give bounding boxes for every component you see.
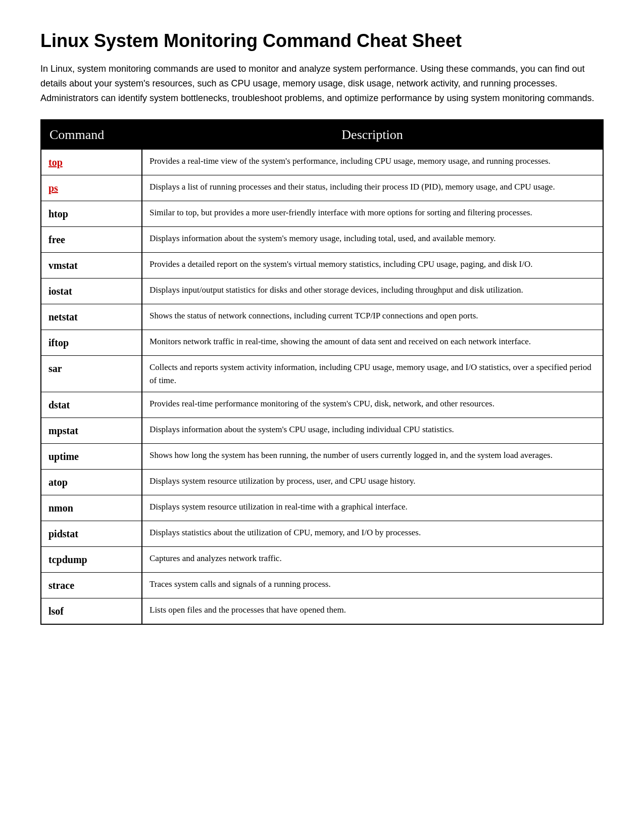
command-label-sar: sar (48, 363, 62, 374)
command-label-free: free (48, 234, 65, 245)
description-cell: Displays input/output statistics for dis… (142, 279, 603, 304)
command-cell: lsof (41, 598, 142, 625)
table-row: psDisplays a list of running processes a… (41, 175, 603, 201)
description-cell: Displays a list of running processes and… (142, 175, 603, 201)
command-cell: netstat (41, 304, 142, 330)
commands-table: Command Description topProvides a real-t… (40, 119, 604, 625)
description-cell: Displays system resource utilization in … (142, 495, 603, 521)
command-header: Command (41, 120, 142, 150)
command-cell: atop (41, 470, 142, 495)
description-cell: Provides real-time performance monitorin… (142, 392, 603, 418)
description-cell: Shows how long the system has been runni… (142, 444, 603, 470)
command-label-vmstat: vmstat (48, 260, 78, 271)
command-label-tcpdump: tcpdump (48, 554, 87, 565)
command-label-atop: atop (48, 477, 68, 488)
table-row: sarCollects and reports system activity … (41, 356, 603, 392)
table-row: nmonDisplays system resource utilization… (41, 495, 603, 521)
description-cell: Collects and reports system activity inf… (142, 356, 603, 392)
command-link-ps[interactable]: ps (48, 182, 58, 194)
table-row: mpstatDisplays information about the sys… (41, 418, 603, 444)
command-label-pidstat: pidstat (48, 528, 78, 539)
command-label-mpstat: mpstat (48, 425, 78, 436)
command-label-lsof: lsof (48, 606, 64, 617)
description-cell: Lists open files and the processes that … (142, 598, 603, 625)
description-cell: Captures and analyzes network traffic. (142, 547, 603, 573)
table-row: freeDisplays information about the syste… (41, 227, 603, 253)
command-cell: tcpdump (41, 547, 142, 573)
command-cell: dstat (41, 392, 142, 418)
command-cell: pidstat (41, 521, 142, 547)
table-row: tcpdumpCaptures and analyzes network tra… (41, 547, 603, 573)
description-cell: Displays information about the system's … (142, 227, 603, 253)
command-cell: nmon (41, 495, 142, 521)
table-header-row: Command Description (41, 120, 603, 150)
command-label-strace: strace (48, 580, 74, 591)
command-cell: free (41, 227, 142, 253)
command-cell: htop (41, 201, 142, 227)
table-row: straceTraces system calls and signals of… (41, 573, 603, 598)
command-label-iftop: iftop (48, 337, 69, 348)
table-row: uptimeShows how long the system has been… (41, 444, 603, 470)
command-label-uptime: uptime (48, 451, 79, 462)
command-label-iostat: iostat (48, 286, 72, 297)
command-cell: strace (41, 573, 142, 598)
command-cell: iftop (41, 330, 142, 356)
command-label-htop: htop (48, 208, 68, 219)
description-cell: Monitors network traffic in real-time, s… (142, 330, 603, 356)
description-header: Description (142, 120, 603, 150)
description-cell: Similar to top, but provides a more user… (142, 201, 603, 227)
command-cell: iostat (41, 279, 142, 304)
command-label-netstat: netstat (48, 311, 78, 322)
command-cell: vmstat (41, 253, 142, 279)
table-row: vmstatProvides a detailed report on the … (41, 253, 603, 279)
table-row: dstatProvides real-time performance moni… (41, 392, 603, 418)
command-link-top[interactable]: top (48, 157, 63, 168)
command-cell[interactable]: top (41, 150, 142, 175)
command-cell[interactable]: ps (41, 175, 142, 201)
description-cell: Provides a real-time view of the system'… (142, 150, 603, 175)
intro-paragraph: In Linux, system monitoring commands are… (40, 62, 604, 105)
table-row: iostatDisplays input/output statistics f… (41, 279, 603, 304)
description-cell: Displays system resource utilization by … (142, 470, 603, 495)
table-row: pidstatDisplays statistics about the uti… (41, 521, 603, 547)
description-cell: Shows the status of network connections,… (142, 304, 603, 330)
table-row: iftopMonitors network traffic in real-ti… (41, 330, 603, 356)
page-title: Linux System Monitoring Command Cheat Sh… (40, 30, 604, 52)
table-row: netstatShows the status of network conne… (41, 304, 603, 330)
description-cell: Traces system calls and signals of a run… (142, 573, 603, 598)
description-cell: Provides a detailed report on the system… (142, 253, 603, 279)
command-label-nmon: nmon (48, 502, 73, 514)
command-cell: mpstat (41, 418, 142, 444)
table-row: atopDisplays system resource utilization… (41, 470, 603, 495)
command-label-dstat: dstat (48, 399, 70, 410)
table-row: htopSimilar to top, but provides a more … (41, 201, 603, 227)
table-row: topProvides a real-time view of the syst… (41, 150, 603, 175)
description-cell: Displays information about the system's … (142, 418, 603, 444)
table-row: lsofLists open files and the processes t… (41, 598, 603, 625)
description-cell: Displays statistics about the utilizatio… (142, 521, 603, 547)
command-cell: sar (41, 356, 142, 392)
command-cell: uptime (41, 444, 142, 470)
